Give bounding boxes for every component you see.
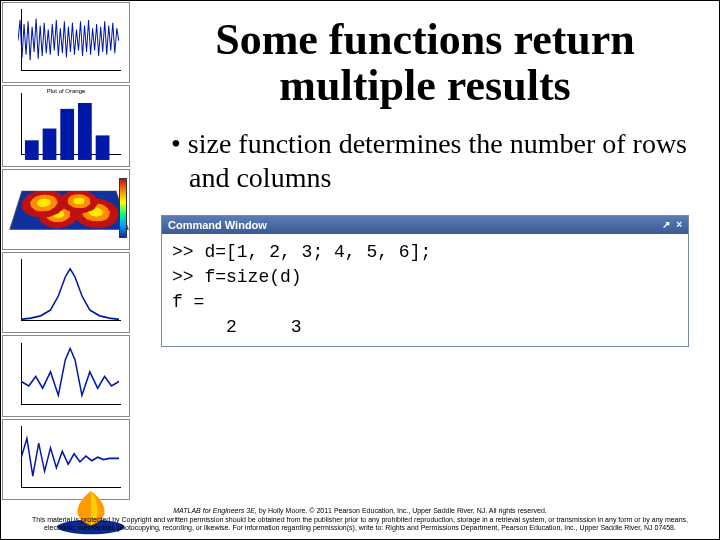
command-window-titlebar: Command Window ↗ ×	[162, 216, 688, 234]
bullet-size-function: size function determines the number of r…	[171, 127, 689, 194]
thumb-bar-chart: Plot of Orange	[2, 85, 130, 166]
thumb-bell-curve	[2, 252, 130, 333]
slide-main: Some functions return multiple results s…	[131, 1, 719, 491]
footer-line1-rest: by Holly Moore. © 2011 Pearson Education…	[257, 507, 547, 514]
colorbar-icon	[119, 178, 127, 238]
svg-rect-2	[60, 108, 74, 159]
thumb-surface-plot	[2, 169, 130, 250]
close-icon[interactable]: ×	[676, 219, 682, 230]
sidebar-thumbnails: Plot of Orange	[1, 1, 131, 501]
svg-rect-1	[42, 128, 56, 159]
thumb-noisy-signal	[2, 2, 130, 83]
command-window-title: Command Window	[168, 219, 267, 231]
thumb-sinc-plot	[2, 335, 130, 416]
svg-rect-0	[25, 140, 39, 160]
slide: Plot of Orange	[0, 0, 720, 540]
svg-rect-3	[78, 103, 92, 160]
svg-rect-4	[95, 135, 109, 160]
command-window: Command Window ↗ × >> d=[1, 2, 3; 4, 5, …	[161, 215, 689, 348]
command-window-body[interactable]: >> d=[1, 2, 3; 4, 5, 6]; >> f=size(d) f …	[162, 234, 688, 347]
footer-line1: MATLAB for Engineers 3E, by Holly Moore.…	[21, 507, 699, 516]
slide-title: Some functions return multiple results	[161, 17, 689, 109]
footer-line2: This material is protected by Copyright …	[21, 516, 699, 534]
undock-icon[interactable]: ↗	[662, 219, 670, 230]
footer-book-title: MATLAB for Engineers 3E,	[173, 507, 257, 514]
copyright-footer: MATLAB for Engineers 3E, by Holly Moore.…	[1, 507, 719, 533]
